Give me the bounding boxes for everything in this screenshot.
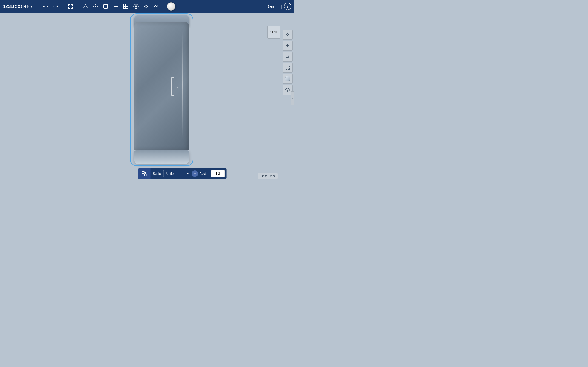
- dispenser-body: →: [134, 22, 189, 150]
- logo-area: 123D DESIGN ▾: [3, 3, 32, 9]
- svg-rect-2: [69, 7, 70, 8]
- svg-rect-22: [142, 171, 145, 174]
- svg-rect-0: [69, 4, 70, 6]
- scale-label: Scale: [151, 172, 163, 175]
- object-container: →: [125, 15, 199, 176]
- app-name: 123D: [3, 3, 14, 9]
- measure-button[interactable]: [152, 2, 160, 10]
- svg-point-11: [135, 5, 137, 8]
- modify-button[interactable]: [112, 2, 120, 10]
- divider-signin: |: [281, 4, 282, 9]
- bottom-scale-toolbar: Scale Uniform Non-Uniform − Factor:: [138, 168, 227, 179]
- snap-button[interactable]: [142, 2, 150, 10]
- dispenser-bottom: [134, 150, 189, 164]
- collapse-icon: ‹: [292, 97, 293, 100]
- svg-rect-6: [104, 4, 108, 8]
- back-view-button[interactable]: BACK: [267, 26, 280, 39]
- svg-line-18: [288, 57, 289, 58]
- group-button[interactable]: [132, 2, 140, 10]
- svg-point-13: [145, 6, 147, 7]
- svg-rect-8: [126, 4, 128, 6]
- construct-button[interactable]: [102, 2, 110, 10]
- undo-button[interactable]: [41, 2, 50, 10]
- divider-1: [38, 2, 38, 10]
- factor-input[interactable]: [211, 170, 225, 177]
- svg-point-16: [287, 45, 288, 46]
- dispenser-arrow-icon: →: [173, 84, 179, 90]
- back-view-label: BACK: [270, 31, 278, 33]
- fit-button[interactable]: [283, 63, 293, 73]
- app-menu-chevron[interactable]: ▾: [31, 5, 32, 8]
- 3d-object-dispenser: →: [132, 15, 191, 164]
- right-panel-collapse[interactable]: ‹: [291, 91, 294, 105]
- help-button[interactable]: ?: [284, 3, 291, 10]
- zoom-button[interactable]: [283, 52, 293, 62]
- svg-rect-3: [71, 7, 73, 8]
- svg-rect-1: [71, 4, 73, 6]
- scale-type-dropdown[interactable]: Uniform Non-Uniform: [163, 170, 190, 177]
- svg-rect-9: [124, 7, 126, 9]
- pan-button[interactable]: [283, 41, 293, 51]
- svg-point-15: [287, 34, 288, 35]
- sketch-button[interactable]: [91, 2, 100, 10]
- dispenser-seam: [182, 31, 183, 138]
- divider-4: [164, 2, 164, 10]
- svg-rect-10: [126, 7, 128, 9]
- sign-in-button[interactable]: Sign In: [266, 4, 279, 9]
- orbit-button[interactable]: [283, 30, 293, 40]
- svg-rect-7: [124, 4, 126, 6]
- 3d-viewport[interactable]: → BACK: [0, 13, 294, 184]
- header-toolbar: 123D DESIGN ▾: [0, 0, 294, 13]
- units-display: Units : mm: [258, 173, 278, 179]
- redo-button[interactable]: [52, 2, 60, 10]
- scale-minus-button[interactable]: −: [192, 170, 198, 177]
- scale-icon-button[interactable]: [138, 168, 151, 179]
- svg-point-21: [287, 89, 288, 90]
- app-subtitle: DESIGN: [15, 5, 30, 8]
- pattern-button[interactable]: [122, 2, 130, 10]
- divider-2: [63, 2, 63, 10]
- svg-rect-23: [145, 174, 147, 176]
- perspective-button[interactable]: [283, 74, 293, 84]
- perspective-circle: [285, 76, 290, 81]
- minus-icon: −: [194, 171, 196, 176]
- material-sphere[interactable]: [167, 2, 175, 10]
- dispenser-dash: [185, 31, 185, 138]
- grid-snap-button[interactable]: [66, 2, 75, 10]
- svg-point-5: [95, 6, 96, 7]
- primitives-button[interactable]: [81, 2, 90, 10]
- divider-3: [78, 2, 78, 10]
- factor-label: Factor:: [199, 172, 210, 175]
